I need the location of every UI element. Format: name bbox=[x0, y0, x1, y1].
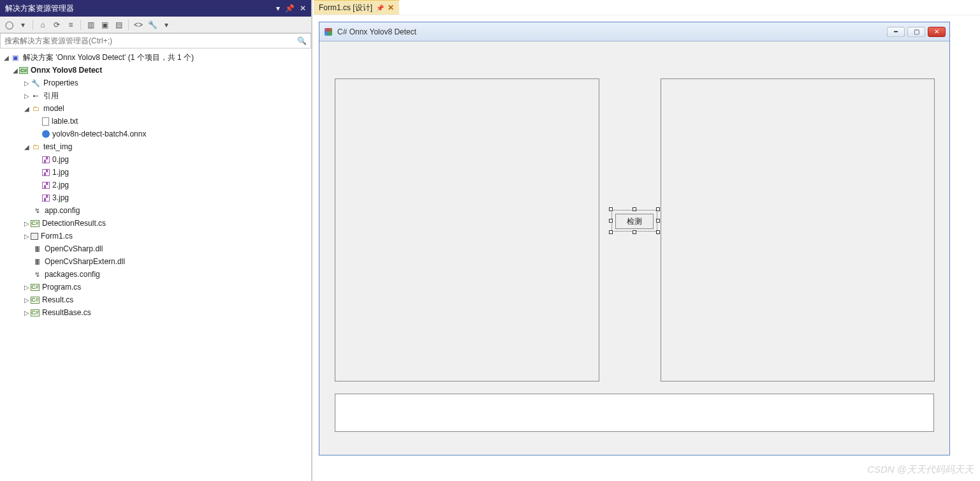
forward-icon[interactable]: ▾ bbox=[17, 18, 29, 31]
maximize-icon[interactable]: ▢ bbox=[907, 27, 925, 37]
config-icon: ↯ bbox=[32, 205, 42, 216]
search-box[interactable]: 🔍 bbox=[0, 33, 311, 48]
file-node-appconfig[interactable]: ↯ app.config bbox=[0, 204, 311, 217]
panel-close-icon[interactable]: ✕ bbox=[300, 4, 306, 13]
file-label: packages.config bbox=[45, 270, 100, 279]
properties-node[interactable]: ▷ 🔧 Properties bbox=[0, 77, 311, 89]
file-label: OpenCvSharpExtern.dll bbox=[45, 257, 125, 266]
file-node-lable[interactable]: lable.txt bbox=[0, 115, 311, 128]
back-icon[interactable]: ◯ bbox=[3, 18, 15, 31]
file-node-img3[interactable]: ▞ 3.jpg bbox=[0, 191, 311, 204]
form-window[interactable]: C# Onnx Yolov8 Detect ━ ▢ ✕ 检测 bbox=[319, 22, 950, 455]
close-icon[interactable]: ✕ bbox=[388, 3, 394, 12]
file-label: 0.jpg bbox=[52, 155, 69, 164]
file-node-opencvsharpextern[interactable]: ||||| OpenCvSharpExtern.dll bbox=[0, 255, 311, 268]
detect-button[interactable]: 检测 bbox=[615, 214, 654, 229]
wrench-icon[interactable]: 🔧 bbox=[146, 18, 159, 31]
file-node-program[interactable]: ▷ C# Program.cs bbox=[0, 281, 311, 293]
minimize-icon[interactable]: ━ bbox=[887, 27, 905, 37]
resize-handle[interactable] bbox=[609, 219, 613, 223]
picturebox-left[interactable] bbox=[335, 78, 599, 381]
panel-pin-icon[interactable]: 📌 bbox=[285, 4, 295, 13]
button-selection[interactable]: 检测 bbox=[609, 207, 660, 234]
folder-icon: 🗀 bbox=[31, 142, 41, 152]
project-label: Onnx Yolov8 Detect bbox=[31, 66, 102, 75]
model-folder-node[interactable]: ◢ 🗀 model bbox=[0, 102, 311, 115]
references-node[interactable]: ▷ ▪▫ 引用 bbox=[0, 89, 311, 102]
preview-icon[interactable]: ▤ bbox=[112, 18, 125, 31]
file-node-img0[interactable]: ▞ 0.jpg bbox=[0, 153, 311, 166]
file-node-opencvsharp[interactable]: ||||| OpenCvSharp.dll bbox=[0, 242, 311, 255]
expand-icon[interactable]: ▷ bbox=[23, 80, 31, 87]
csfile-icon: C# bbox=[31, 220, 40, 227]
file-node-img1[interactable]: ▞ 1.jpg bbox=[0, 166, 311, 179]
solution-label: 解决方案 'Onnx Yolov8 Detect' (1 个项目，共 1 个) bbox=[23, 52, 194, 63]
dll-icon: ||||| bbox=[32, 244, 42, 254]
file-label: lable.txt bbox=[52, 117, 78, 126]
expand-icon[interactable]: ▷ bbox=[23, 309, 31, 316]
expand-icon[interactable]: ▷ bbox=[23, 297, 31, 304]
testimg-folder-node[interactable]: ◢ 🗀 test_img bbox=[0, 140, 311, 153]
csproj-icon: C# bbox=[19, 67, 28, 74]
resize-handle[interactable] bbox=[656, 230, 660, 234]
code-icon[interactable]: <> bbox=[132, 18, 145, 31]
tab-bar: Form1.cs [设计] 📌 ✕ bbox=[312, 0, 980, 15]
separator bbox=[33, 20, 33, 30]
image-icon: ▞ bbox=[42, 195, 50, 202]
solution-tree: ◢ ▣ 解决方案 'Onnx Yolov8 Detect' (1 个项目，共 1… bbox=[0, 48, 311, 481]
image-icon: ▞ bbox=[42, 169, 50, 176]
folder-label: test_img bbox=[43, 142, 72, 151]
search-icon[interactable]: 🔍 bbox=[297, 36, 307, 45]
file-label: ResultBase.cs bbox=[42, 308, 91, 317]
csfile-icon: C# bbox=[31, 284, 40, 291]
file-node-packages[interactable]: ↯ packages.config bbox=[0, 268, 311, 281]
project-node[interactable]: ◢ C# Onnx Yolov8 Detect bbox=[0, 64, 311, 77]
resize-handle[interactable] bbox=[633, 207, 636, 211]
form-icon bbox=[31, 233, 38, 240]
file-node-result[interactable]: ▷ C# Result.cs bbox=[0, 293, 311, 306]
app-icon bbox=[323, 27, 333, 37]
resize-handle[interactable] bbox=[633, 230, 636, 234]
showall-icon[interactable]: ▥ bbox=[84, 18, 97, 31]
expand-icon[interactable]: ◢ bbox=[23, 144, 31, 151]
resize-handle[interactable] bbox=[609, 230, 613, 234]
dll-icon: ||||| bbox=[32, 256, 42, 267]
collapse-icon[interactable]: ▣ bbox=[98, 18, 111, 31]
file-label: 3.jpg bbox=[52, 193, 69, 202]
expand-icon[interactable]: ◢ bbox=[11, 67, 19, 74]
close-icon[interactable]: ✕ bbox=[928, 27, 946, 37]
expand-icon[interactable]: ▷ bbox=[23, 220, 31, 227]
brackets-icon[interactable]: ≡ bbox=[64, 18, 77, 31]
search-input[interactable] bbox=[4, 36, 297, 45]
button-label: 检测 bbox=[627, 216, 642, 227]
file-node-detectionresult[interactable]: ▷ C# DetectionResult.cs bbox=[0, 217, 311, 230]
file-node-img2[interactable]: ▞ 2.jpg bbox=[0, 179, 311, 191]
pin-icon[interactable]: 📌 bbox=[376, 4, 384, 11]
expand-icon[interactable]: ◢ bbox=[3, 54, 10, 61]
picturebox-right[interactable] bbox=[661, 78, 935, 381]
image-icon: ▞ bbox=[42, 156, 50, 163]
resize-handle[interactable] bbox=[609, 207, 613, 211]
file-node-resultbase[interactable]: ▷ C# ResultBase.cs bbox=[0, 306, 311, 319]
expand-icon[interactable]: ▷ bbox=[23, 233, 31, 240]
tab-form1-design[interactable]: Form1.cs [设计] 📌 ✕ bbox=[314, 0, 399, 15]
file-label: 1.jpg bbox=[52, 168, 69, 177]
expand-icon[interactable]: ▷ bbox=[23, 284, 31, 291]
sync-icon[interactable]: ⟳ bbox=[50, 18, 63, 31]
panel-dropdown-icon[interactable]: ▾ bbox=[276, 4, 280, 13]
solution-explorer-panel: 解决方案资源管理器 ▾ 📌 ✕ ◯ ▾ ⌂ ⟳ ≡ ▥ ▣ ▤ <> 🔧 ▾ 🔍… bbox=[0, 0, 312, 481]
expand-icon[interactable]: ◢ bbox=[23, 105, 31, 112]
expand-icon[interactable]: ▷ bbox=[23, 93, 31, 100]
file-node-onnx[interactable]: yolov8n-detect-batch4.onnx bbox=[0, 128, 311, 140]
resize-handle[interactable] bbox=[656, 219, 660, 223]
home-icon[interactable]: ⌂ bbox=[36, 18, 49, 31]
file-node-form1[interactable]: ▷ Form1.cs bbox=[0, 230, 311, 242]
resize-handle[interactable] bbox=[656, 207, 660, 211]
designer-surface[interactable]: C# Onnx Yolov8 Detect ━ ▢ ✕ 检测 bbox=[312, 15, 980, 481]
file-label: Program.cs bbox=[42, 283, 81, 292]
form-client-area[interactable]: 检测 bbox=[319, 41, 949, 455]
dropdown-icon[interactable]: ▾ bbox=[160, 18, 173, 31]
tab-label: Form1.cs [设计] bbox=[319, 3, 372, 13]
textbox-output[interactable] bbox=[335, 394, 934, 432]
solution-node[interactable]: ◢ ▣ 解决方案 'Onnx Yolov8 Detect' (1 个项目，共 1… bbox=[0, 51, 311, 64]
